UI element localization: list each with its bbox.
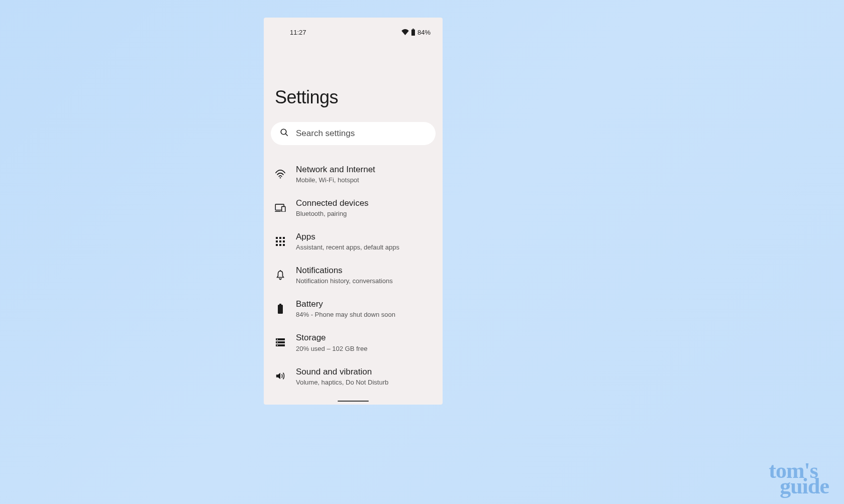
svg-rect-11 (276, 240, 278, 242)
svg-rect-0 (411, 30, 415, 36)
svg-point-2 (281, 129, 286, 135)
svg-rect-16 (283, 244, 285, 246)
battery-icon (274, 302, 287, 315)
storage-icon (274, 336, 287, 349)
search-icon (280, 128, 289, 139)
settings-item-network[interactable]: Network and Internet Mobile, Wi-Fi, hots… (264, 157, 443, 191)
search-input[interactable]: Search settings (271, 122, 436, 145)
settings-item-sub: Bluetooth, pairing (296, 210, 435, 217)
settings-item-title: Connected devices (296, 198, 435, 209)
svg-point-25 (277, 345, 278, 346)
home-indicator[interactable] (338, 401, 369, 402)
status-right: 84% (401, 29, 431, 36)
svg-rect-9 (279, 237, 281, 239)
status-bar: 11:27 84% (264, 18, 443, 38)
svg-point-24 (277, 342, 278, 343)
settings-list: Network and Internet Mobile, Wi-Fi, hots… (264, 145, 443, 393)
settings-item-title: Notifications (296, 265, 435, 276)
bell-icon (274, 269, 287, 282)
settings-item-devices[interactable]: Connected devices Bluetooth, pairing (264, 191, 443, 224)
search-placeholder: Search settings (296, 129, 355, 139)
devices-icon (274, 201, 287, 214)
settings-item-sub: Volume, haptics, Do Not Disturb (296, 379, 435, 386)
svg-rect-1 (412, 29, 414, 30)
settings-item-sub: 84% - Phone may shut down soon (296, 311, 435, 318)
status-time: 11:27 (290, 29, 306, 36)
watermark-line2: guide (780, 477, 829, 495)
svg-rect-12 (279, 240, 281, 242)
apps-icon (274, 235, 287, 248)
settings-item-sub: 20% used – 102 GB free (296, 345, 435, 352)
sound-icon (274, 369, 287, 383)
svg-rect-13 (283, 240, 285, 242)
svg-point-23 (277, 339, 278, 340)
settings-item-title: Sound and vibration (296, 366, 435, 377)
svg-rect-8 (276, 237, 278, 239)
settings-item-title: Storage (296, 332, 435, 343)
settings-item-notifications[interactable]: Notifications Notification history, conv… (264, 258, 443, 292)
page-title: Settings (264, 38, 443, 122)
settings-item-sub: Mobile, Wi-Fi, hotspot (296, 176, 435, 184)
settings-item-title: Battery (296, 299, 435, 310)
svg-rect-15 (279, 244, 281, 246)
settings-item-title: Apps (296, 231, 435, 242)
settings-item-sub: Notification history, conversations (296, 277, 435, 285)
settings-item-sound[interactable]: Sound and vibration Volume, haptics, Do … (264, 359, 443, 393)
svg-line-3 (285, 134, 288, 136)
svg-rect-14 (276, 244, 278, 246)
svg-rect-18 (279, 304, 281, 305)
svg-point-4 (280, 177, 281, 178)
wifi-status-icon (401, 29, 409, 35)
settings-item-storage[interactable]: Storage 20% used – 102 GB free (264, 325, 443, 359)
status-battery-percent: 84% (417, 29, 431, 36)
settings-item-battery[interactable]: Battery 84% - Phone may shut down soon (264, 292, 443, 325)
svg-rect-19 (278, 305, 283, 314)
wifi-icon (274, 168, 287, 181)
battery-status-icon (411, 29, 415, 36)
svg-rect-7 (282, 206, 285, 212)
settings-item-sub: Assistant, recent apps, default apps (296, 243, 435, 251)
svg-rect-10 (283, 237, 285, 239)
watermark: tom's guide (769, 462, 829, 495)
settings-item-title: Network and Internet (296, 164, 435, 175)
settings-item-apps[interactable]: Apps Assistant, recent apps, default app… (264, 224, 443, 258)
phone-frame: 11:27 84% Settings Search settings Netwo… (264, 18, 443, 405)
